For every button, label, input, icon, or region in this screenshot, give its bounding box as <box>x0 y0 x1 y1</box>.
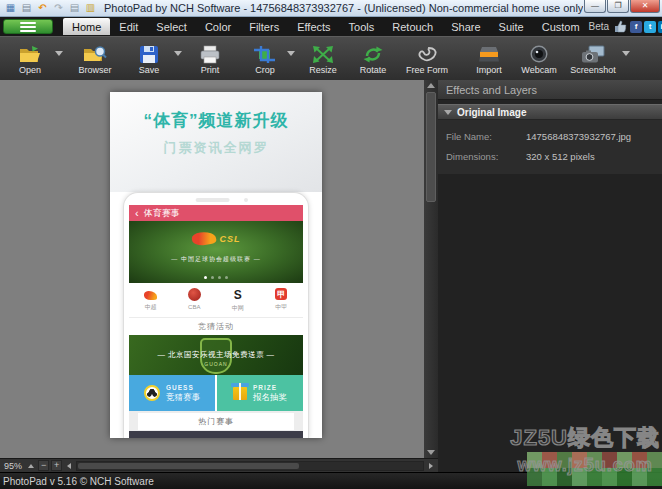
print-button[interactable]: Print <box>185 43 235 75</box>
photo-document[interactable]: “体育”频道新升级 门票资讯全网罗 ‹ 体育赛事 <box>110 92 322 438</box>
browser-icon <box>83 45 107 64</box>
undo-icon[interactable]: ↶ <box>36 2 49 15</box>
csl-logo-text: CSL <box>220 234 241 244</box>
image-info-rows: File Name: 14756848373932767.jpg Dimensi… <box>438 120 662 174</box>
crop-dropdown-caret[interactable] <box>287 51 295 56</box>
photo-headline: “体育”频道新升级 <box>110 109 322 132</box>
app-icon: ▦ <box>4 2 17 15</box>
facebook-icon[interactable]: f <box>630 21 642 33</box>
gift-box-icon <box>233 387 247 400</box>
screenshot-dropdown-caret[interactable] <box>622 51 630 56</box>
titlebar: ▦ ▤ ↶ ↷ ▤ ▥ PhotoPad by NCH Software - 1… <box>0 0 662 17</box>
tab-retouch[interactable]: Retouch <box>383 18 442 35</box>
guoan-promo-text: — 北京国安乐视主场免费送票 — <box>157 350 274 360</box>
crop-icon <box>253 45 277 64</box>
phone-mockup: ‹ 体育赛事 CSL — 中国足球协会超级联赛 — <box>123 192 309 438</box>
tab-filters[interactable]: Filters <box>240 18 288 35</box>
crop-button[interactable]: Crop <box>243 43 287 75</box>
main-menu-button[interactable] <box>3 19 53 34</box>
free-form-icon <box>415 45 439 64</box>
version-text: PhotoPad v 5.16 © NCH Software <box>3 476 154 487</box>
editor-canvas[interactable]: “体育”频道新升级 门票资讯全网罗 ‹ 体育赛事 <box>0 80 424 458</box>
league-one-logo-icon: 甲 <box>275 288 287 300</box>
horizontal-scrollbar[interactable] <box>76 461 424 471</box>
vertical-scroll-thumb[interactable] <box>426 92 436 202</box>
ribbon-tabbar: Home Edit Select Color Filters Effects T… <box>0 17 662 36</box>
cba-logo-icon <box>188 288 201 301</box>
original-image-section-header[interactable]: Original Image <box>438 104 662 120</box>
dimensions-row: Dimensions: 320 x 512 pixels <box>438 146 662 166</box>
scroll-down-arrow[interactable] <box>427 450 435 455</box>
home-toolbar: Open Browser Save <box>0 36 662 80</box>
csl-flame-logo-icon <box>191 230 217 246</box>
save-quick-icon[interactable]: ▤ <box>20 2 33 15</box>
zoom-presets-caret[interactable] <box>28 464 34 468</box>
free-form-button[interactable]: Free Form <box>398 43 456 75</box>
redo-icon[interactable]: ↷ <box>52 2 65 15</box>
collapse-triangle-icon[interactable] <box>444 110 452 115</box>
nch-suite-button[interactable]: NCH Suite <box>655 43 662 75</box>
open-folder-icon <box>18 45 42 64</box>
save-dropdown-caret[interactable] <box>174 51 182 56</box>
floppy-icon <box>137 45 161 64</box>
zoom-out-button[interactable]: − <box>38 460 49 471</box>
open-dropdown-caret[interactable] <box>55 51 63 56</box>
panel-title: Effects and Layers <box>438 80 662 100</box>
copy-icon[interactable]: ▤ <box>68 2 81 15</box>
china-open-logo-icon: S <box>231 288 244 301</box>
tab-home[interactable]: Home <box>63 18 110 35</box>
csl-caption: — 中国足球协会超级联赛 — <box>129 255 303 264</box>
scroll-left-arrow[interactable] <box>67 463 71 469</box>
resize-button[interactable]: Resize <box>298 43 348 75</box>
phone-speaker <box>196 198 230 202</box>
guess-button: GUESS 竞猜赛事 <box>129 375 215 411</box>
horizontal-scroll-thumb[interactable] <box>78 463 299 469</box>
maximize-button[interactable]: ❐ <box>607 0 629 13</box>
prize-button: PRIZE 报名抽奖 <box>217 375 303 411</box>
screenshot-button[interactable]: Screenshot <box>564 43 622 75</box>
phone-screen: ‹ 体育赛事 CSL — 中国足球协会超级联赛 — <box>129 205 303 438</box>
like-icon[interactable] <box>614 20 628 33</box>
minimize-button[interactable]: — <box>584 0 606 13</box>
scroll-right-arrow[interactable] <box>429 463 433 469</box>
app-header-title: 体育赛事 <box>144 207 180 220</box>
file-name-row: File Name: 14756848373932767.jpg <box>438 126 662 146</box>
scroll-up-arrow[interactable] <box>427 83 435 88</box>
printer-icon <box>198 45 222 64</box>
section-guess-title: 竞猜活动 <box>129 317 303 335</box>
screenshot-icon <box>580 45 606 64</box>
tab-select[interactable]: Select <box>147 18 196 35</box>
photo-subheadline: 门票资讯全网罗 <box>110 139 322 157</box>
league-item-zhongjia: 甲 中甲 <box>260 283 304 317</box>
carousel-dots <box>129 276 303 279</box>
league-item-cba: CBA <box>173 283 217 317</box>
tab-edit[interactable]: Edit <box>110 18 147 35</box>
quick-access-toolbar: ▦ ▤ ↶ ↷ ▤ ▥ <box>2 2 97 15</box>
zoom-in-button[interactable]: + <box>51 460 62 471</box>
photo-bottom-strip <box>129 431 303 438</box>
close-button[interactable]: ✕ <box>630 0 660 13</box>
twitter-icon[interactable]: t <box>644 21 656 33</box>
rotate-icon <box>361 45 385 64</box>
import-button[interactable]: Import <box>464 43 514 75</box>
tab-color[interactable]: Color <box>196 18 240 35</box>
tab-tools[interactable]: Tools <box>340 18 384 35</box>
paste-icon[interactable]: ▥ <box>84 2 97 15</box>
linkedin-icon[interactable]: in <box>658 21 662 33</box>
browser-button[interactable]: Browser <box>66 43 124 75</box>
tab-suite[interactable]: Suite <box>490 18 533 35</box>
section-title: Original Image <box>457 107 526 118</box>
league-row: 中超 CBA S 中网 <box>129 283 303 317</box>
section-hot-title: 热门赛事 <box>138 413 294 430</box>
rotate-button[interactable]: Rotate <box>348 43 398 75</box>
tab-effects[interactable]: Effects <box>288 18 339 35</box>
save-button[interactable]: Save <box>124 43 174 75</box>
zoom-level[interactable]: 95% <box>2 461 24 471</box>
open-button[interactable]: Open <box>5 43 55 75</box>
vertical-scrollbar[interactable] <box>424 80 438 458</box>
webcam-button[interactable]: Webcam <box>514 43 564 75</box>
tab-custom[interactable]: Custom <box>533 18 589 35</box>
webcam-icon <box>527 45 551 64</box>
app-header-bar: ‹ 体育赛事 <box>129 205 303 221</box>
tab-share[interactable]: Share <box>442 18 489 35</box>
